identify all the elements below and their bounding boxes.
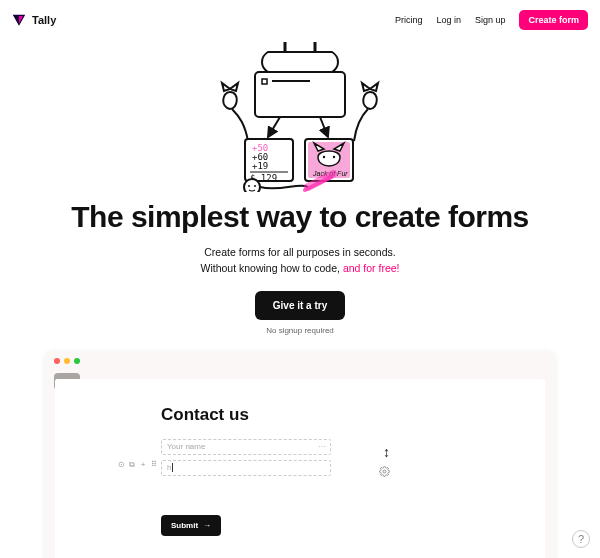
hero-sub-line2-em: and for free! [343, 262, 400, 274]
text-caret-icon [172, 463, 173, 472]
help-button[interactable]: ? [572, 530, 590, 548]
try-button[interactable]: Give it a try [255, 291, 345, 320]
traffic-light-minimize-icon[interactable] [64, 358, 70, 364]
hero-sub-line1: Create forms for all purposes in seconds… [204, 246, 395, 258]
svg-point-14 [323, 156, 325, 158]
hero-illustration: +50 +60 +19 $ 129 Jack of Fur [200, 37, 400, 192]
svg-rect-4 [262, 79, 267, 84]
demo-browser-window: 1.05 Contact us Your name ⋯ ⊙ ⧉ + ⠿ [45, 351, 555, 558]
block-drag-icon[interactable]: ⠿ [150, 461, 158, 469]
name-input[interactable]: Your name ⋯ [161, 439, 331, 455]
create-form-button[interactable]: Create form [519, 10, 588, 30]
svg-text:+19: +19 [252, 161, 268, 171]
brand-name: Tally [32, 14, 56, 26]
tally-logo-icon [12, 13, 26, 27]
nav-pricing[interactable]: Pricing [395, 15, 423, 25]
demo-section: 1.05 Contact us Your name ⋯ ⊙ ⧉ + ⠿ [0, 335, 600, 558]
submit-button[interactable]: Submit → [161, 515, 221, 536]
nav-login[interactable]: Log in [436, 15, 461, 25]
typing-text: h [167, 463, 171, 472]
nav-signup[interactable]: Sign up [475, 15, 506, 25]
field-name-row: Your name ⋯ [161, 439, 545, 455]
submit-label: Submit [171, 521, 198, 530]
traffic-light-zoom-icon[interactable] [74, 358, 80, 364]
arrow-right-icon: → [203, 521, 211, 530]
svg-point-18 [248, 185, 250, 187]
site-header: Tally Pricing Log in Sign up Create form [0, 0, 600, 32]
form-title[interactable]: Contact us [161, 405, 545, 425]
block-toolbar: ⊙ ⧉ + ⠿ [117, 461, 158, 469]
svg-point-17 [244, 179, 260, 192]
block-copy-icon[interactable]: ⧉ [128, 461, 136, 469]
block-add-icon[interactable]: + [139, 461, 147, 469]
field-options-icon[interactable]: ⋯ [318, 442, 326, 451]
hero-sub-line2-pre: Without knowing how to code, [200, 262, 342, 274]
hero-subtitle: Create forms for all purposes in seconds… [0, 244, 600, 277]
svg-point-15 [333, 156, 335, 158]
no-signup-note: No signup required [0, 326, 600, 335]
name-placeholder: Your name [167, 442, 205, 451]
svg-rect-3 [255, 72, 345, 117]
block-options-icon[interactable]: ⊙ [117, 461, 125, 469]
hero-title: The simplest way to create forms [0, 200, 600, 234]
typing-input[interactable]: h [161, 460, 331, 476]
traffic-light-close-icon[interactable] [54, 358, 60, 364]
field-typing-row: ⊙ ⧉ + ⠿ h [161, 460, 545, 476]
svg-point-19 [254, 185, 256, 187]
top-nav: Pricing Log in Sign up Create form [395, 10, 588, 30]
window-titlebar [45, 351, 555, 371]
form-canvas[interactable]: Contact us Your name ⋯ ⊙ ⧉ + ⠿ h [55, 379, 545, 558]
question-icon: ? [578, 533, 584, 545]
brand[interactable]: Tally [12, 13, 56, 27]
hero: +50 +60 +19 $ 129 Jack of Fur The simple… [0, 37, 600, 335]
